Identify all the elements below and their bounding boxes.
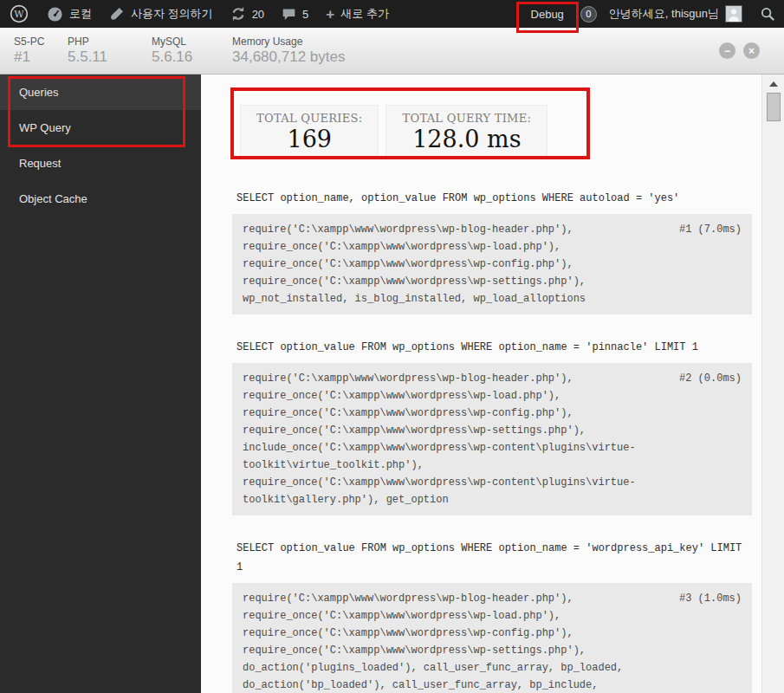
updates-menu[interactable]: 20 — [222, 0, 273, 28]
stat-memory-value: 34,680,712 bytes — [232, 49, 345, 66]
query-trace: #3 (1.0ms) require('C:\xampp\www\wordpre… — [232, 583, 752, 693]
stat-php-value: 5.5.11 — [68, 49, 152, 66]
debug-bar-header: S5-PC #1 PHP 5.5.11 MySQL 5.6.16 Memory … — [0, 28, 784, 74]
debug-menu-label: Debug — [531, 8, 564, 21]
new-content-label: 새로 추가 — [340, 6, 389, 22]
search-button[interactable] — [751, 0, 784, 28]
customize-menu[interactable]: 사용자 정의하기 — [100, 0, 222, 28]
query-item-3: SELECT option_value FROM wp_options WHER… — [232, 539, 761, 693]
trace-line: require_once('C:\xampp\www\wordpress\wp-… — [243, 607, 742, 625]
trace-line: require_once('C:\xampp\www\wordpress\wp-… — [243, 625, 742, 642]
total-queries-box: TOTAL QUERIES: 169 — [240, 105, 379, 158]
stat-host-label: S5-PC — [14, 36, 68, 48]
site-menu-label: 로컬 — [69, 6, 92, 22]
total-queries-label: TOTAL QUERIES: — [256, 112, 362, 125]
search-icon — [760, 6, 775, 22]
trace-line: require('C:\xampp\www\wordpress\wp-blog-… — [243, 221, 742, 238]
admin-bar-right: Debug 0 안녕하세요, thisgun님 — [518, 0, 784, 28]
trace-line: require_once('C:\xampp\www\wordpress\wp-… — [243, 474, 742, 508]
dashboard-gauge-icon — [47, 6, 63, 23]
debug-bar-body: Queries WP Query Request Object Cache TO… — [0, 74, 784, 693]
trace-line: require('C:\xampp\www\wordpress\wp-blog-… — [243, 590, 742, 607]
query-ref: #1 (7.0ms) — [679, 221, 742, 238]
stat-mysql-label: MySQL — [152, 36, 232, 48]
scrollbar[interactable] — [761, 74, 784, 693]
query-ref: #2 (0.0ms) — [679, 370, 742, 387]
sidebar-item-request[interactable]: Request — [0, 146, 201, 181]
sidebar-item-queries[interactable]: Queries — [0, 74, 201, 110]
wordpress-logo-icon: W — [10, 4, 29, 23]
stat-host: S5-PC #1 — [14, 36, 68, 66]
query-trace: #1 (7.0ms) require('C:\xampp\www\wordpre… — [232, 214, 752, 314]
scrollbar-thumb[interactable] — [767, 93, 781, 121]
query-totals: TOTAL QUERIES: 169 TOTAL QUERY TIME: 128… — [240, 105, 761, 158]
brush-icon — [109, 6, 125, 22]
sql-statement: SELECT option_value FROM wp_options WHER… — [232, 539, 748, 577]
query-ref: #3 (1.0ms) — [679, 590, 742, 607]
updates-count: 20 — [252, 8, 264, 21]
sidebar-item-wp-query[interactable]: WP Query — [0, 110, 201, 146]
trace-line: require('C:\xampp\www\wordpress\wp-blog-… — [243, 370, 742, 387]
total-query-time-label: TOTAL QUERY TIME: — [402, 112, 531, 125]
comments-count: 5 — [302, 8, 308, 21]
stat-mysql-value: 5.6.16 — [152, 49, 232, 66]
total-query-time-value: 128.0 ms — [402, 126, 531, 152]
trace-line: require_once('C:\xampp\www\wordpress\wp-… — [243, 422, 742, 439]
new-content-menu[interactable]: + 새로 추가 — [317, 0, 398, 28]
trace-line: require_once('C:\xampp\www\wordpress\wp-… — [243, 642, 742, 659]
queries-panel: TOTAL QUERIES: 169 TOTAL QUERY TIME: 128… — [201, 74, 761, 693]
site-menu[interactable]: 로컬 — [38, 0, 100, 28]
trace-line: require_once('C:\xampp\www\wordpress\wp-… — [243, 273, 742, 290]
minimize-button[interactable]: − — [719, 42, 735, 59]
sidebar-item-object-cache[interactable]: Object Cache — [0, 181, 201, 217]
query-trace: #2 (0.0ms) require('C:\xampp\www\wordpre… — [232, 363, 752, 515]
debug-menu-sidebar: Queries WP Query Request Object Cache — [0, 74, 201, 693]
trace-line: include_once('C:\xampp\www\wordpress\wp-… — [243, 439, 742, 474]
account-menu[interactable]: 안녕하세요, thisgun님 — [600, 0, 751, 28]
stat-memory-label: Memory Usage — [232, 36, 345, 48]
wordpress-logo-button[interactable]: W — [0, 0, 38, 28]
stat-mysql: MySQL 5.6.16 — [152, 36, 232, 66]
trace-line: require_once('C:\xampp\www\wordpress\wp-… — [243, 256, 742, 273]
trace-line: do_action('plugins_loaded'), call_user_f… — [243, 659, 742, 677]
scrollbar-up-arrow-icon[interactable] — [769, 81, 778, 87]
stat-php: PHP 5.5.11 — [68, 36, 152, 66]
trace-line: do_action('bp_loaded'), call_user_func_a… — [243, 677, 742, 693]
sql-statement: SELECT option_name, option_value FROM wp… — [232, 189, 748, 208]
panel-window-buttons: − × — [719, 42, 784, 59]
stat-host-value: #1 — [14, 49, 68, 66]
debug-menu[interactable]: Debug — [518, 0, 577, 28]
greeting-label: 안녕하세요, thisgun님 — [609, 6, 719, 22]
query-item-2: SELECT option_value FROM wp_options WHER… — [232, 338, 761, 515]
close-button[interactable]: × — [743, 42, 760, 59]
notification-badge[interactable]: 0 — [580, 6, 597, 23]
plus-icon: + — [326, 7, 334, 22]
trace-line: require_once('C:\xampp\www\wordpress\wp-… — [243, 405, 742, 422]
trace-line: require_once('C:\xampp\www\wordpress\wp-… — [243, 238, 742, 256]
total-queries-value: 169 — [256, 126, 362, 152]
sql-statement: SELECT option_value FROM wp_options WHER… — [232, 338, 748, 357]
avatar — [725, 5, 742, 23]
stat-memory: Memory Usage 34,680,712 bytes — [232, 36, 345, 66]
updates-refresh-icon — [230, 6, 246, 22]
trace-line: require_once('C:\xampp\www\wordpress\wp-… — [243, 387, 742, 405]
trace-line: wp_not_installed, is_blog_installed, wp_… — [243, 290, 742, 308]
query-item-1: SELECT option_name, option_value FROM wp… — [232, 189, 761, 314]
customize-menu-label: 사용자 정의하기 — [131, 6, 213, 22]
stat-php-label: PHP — [68, 36, 152, 48]
total-query-time-box: TOTAL QUERY TIME: 128.0 ms — [386, 105, 548, 158]
comment-bubble-icon — [282, 7, 296, 22]
svg-text:W: W — [14, 9, 24, 20]
comments-menu[interactable]: 5 — [273, 0, 317, 28]
wp-admin-bar: W 로컬 사용자 정의하기 20 — [0, 0, 784, 28]
